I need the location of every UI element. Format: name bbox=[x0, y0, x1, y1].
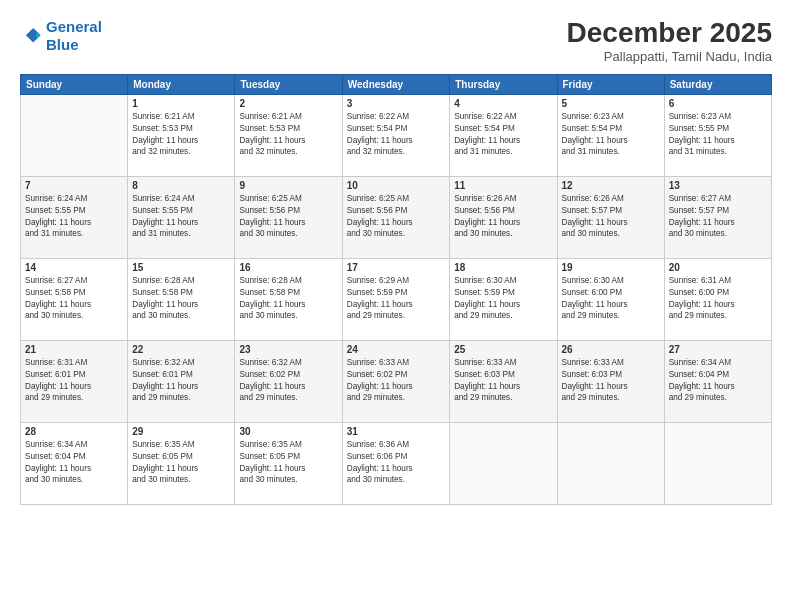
table-row: 28Sunrise: 6:34 AMSunset: 6:04 PMDayligh… bbox=[21, 422, 128, 504]
day-info: Sunrise: 6:27 AMSunset: 5:58 PMDaylight:… bbox=[25, 275, 123, 323]
calendar-week-row: 1Sunrise: 6:21 AMSunset: 5:53 PMDaylight… bbox=[21, 94, 772, 176]
day-info: Sunrise: 6:26 AMSunset: 5:57 PMDaylight:… bbox=[562, 193, 660, 241]
calendar-week-row: 28Sunrise: 6:34 AMSunset: 6:04 PMDayligh… bbox=[21, 422, 772, 504]
day-number: 11 bbox=[454, 180, 552, 191]
page: General Blue December 2025 Pallappatti, … bbox=[0, 0, 792, 612]
day-info: Sunrise: 6:23 AMSunset: 5:54 PMDaylight:… bbox=[562, 111, 660, 159]
table-row: 21Sunrise: 6:31 AMSunset: 6:01 PMDayligh… bbox=[21, 340, 128, 422]
day-info: Sunrise: 6:35 AMSunset: 6:05 PMDaylight:… bbox=[239, 439, 337, 487]
day-info: Sunrise: 6:22 AMSunset: 5:54 PMDaylight:… bbox=[454, 111, 552, 159]
day-info: Sunrise: 6:36 AMSunset: 6:06 PMDaylight:… bbox=[347, 439, 445, 487]
day-number: 8 bbox=[132, 180, 230, 191]
table-row: 2Sunrise: 6:21 AMSunset: 5:53 PMDaylight… bbox=[235, 94, 342, 176]
table-row: 20Sunrise: 6:31 AMSunset: 6:00 PMDayligh… bbox=[664, 258, 771, 340]
header: General Blue December 2025 Pallappatti, … bbox=[20, 18, 772, 64]
table-row: 8Sunrise: 6:24 AMSunset: 5:55 PMDaylight… bbox=[128, 176, 235, 258]
day-number: 22 bbox=[132, 344, 230, 355]
table-row: 24Sunrise: 6:33 AMSunset: 6:02 PMDayligh… bbox=[342, 340, 449, 422]
table-row: 12Sunrise: 6:26 AMSunset: 5:57 PMDayligh… bbox=[557, 176, 664, 258]
day-number: 10 bbox=[347, 180, 445, 191]
table-row: 16Sunrise: 6:28 AMSunset: 5:58 PMDayligh… bbox=[235, 258, 342, 340]
table-row: 6Sunrise: 6:23 AMSunset: 5:55 PMDaylight… bbox=[664, 94, 771, 176]
col-wednesday: Wednesday bbox=[342, 74, 449, 94]
day-number: 20 bbox=[669, 262, 767, 273]
table-row: 7Sunrise: 6:24 AMSunset: 5:55 PMDaylight… bbox=[21, 176, 128, 258]
day-info: Sunrise: 6:27 AMSunset: 5:57 PMDaylight:… bbox=[669, 193, 767, 241]
day-info: Sunrise: 6:24 AMSunset: 5:55 PMDaylight:… bbox=[132, 193, 230, 241]
day-info: Sunrise: 6:29 AMSunset: 5:59 PMDaylight:… bbox=[347, 275, 445, 323]
calendar-week-row: 21Sunrise: 6:31 AMSunset: 6:01 PMDayligh… bbox=[21, 340, 772, 422]
day-info: Sunrise: 6:23 AMSunset: 5:55 PMDaylight:… bbox=[669, 111, 767, 159]
day-info: Sunrise: 6:33 AMSunset: 6:03 PMDaylight:… bbox=[562, 357, 660, 405]
day-number: 26 bbox=[562, 344, 660, 355]
table-row: 26Sunrise: 6:33 AMSunset: 6:03 PMDayligh… bbox=[557, 340, 664, 422]
logo-line2: Blue bbox=[46, 36, 79, 53]
table-row: 1Sunrise: 6:21 AMSunset: 5:53 PMDaylight… bbox=[128, 94, 235, 176]
calendar-week-row: 7Sunrise: 6:24 AMSunset: 5:55 PMDaylight… bbox=[21, 176, 772, 258]
day-number: 30 bbox=[239, 426, 337, 437]
day-number: 12 bbox=[562, 180, 660, 191]
day-number: 18 bbox=[454, 262, 552, 273]
day-info: Sunrise: 6:24 AMSunset: 5:55 PMDaylight:… bbox=[25, 193, 123, 241]
day-number: 16 bbox=[239, 262, 337, 273]
table-row: 4Sunrise: 6:22 AMSunset: 5:54 PMDaylight… bbox=[450, 94, 557, 176]
day-number: 4 bbox=[454, 98, 552, 109]
day-info: Sunrise: 6:35 AMSunset: 6:05 PMDaylight:… bbox=[132, 439, 230, 487]
calendar: Sunday Monday Tuesday Wednesday Thursday… bbox=[20, 74, 772, 505]
month-title: December 2025 bbox=[567, 18, 772, 49]
table-row: 19Sunrise: 6:30 AMSunset: 6:00 PMDayligh… bbox=[557, 258, 664, 340]
table-row: 22Sunrise: 6:32 AMSunset: 6:01 PMDayligh… bbox=[128, 340, 235, 422]
day-number: 17 bbox=[347, 262, 445, 273]
day-info: Sunrise: 6:33 AMSunset: 6:02 PMDaylight:… bbox=[347, 357, 445, 405]
day-info: Sunrise: 6:25 AMSunset: 5:56 PMDaylight:… bbox=[347, 193, 445, 241]
day-info: Sunrise: 6:28 AMSunset: 5:58 PMDaylight:… bbox=[132, 275, 230, 323]
table-row: 23Sunrise: 6:32 AMSunset: 6:02 PMDayligh… bbox=[235, 340, 342, 422]
table-row: 29Sunrise: 6:35 AMSunset: 6:05 PMDayligh… bbox=[128, 422, 235, 504]
day-info: Sunrise: 6:30 AMSunset: 5:59 PMDaylight:… bbox=[454, 275, 552, 323]
day-info: Sunrise: 6:30 AMSunset: 6:00 PMDaylight:… bbox=[562, 275, 660, 323]
table-row: 27Sunrise: 6:34 AMSunset: 6:04 PMDayligh… bbox=[664, 340, 771, 422]
table-row: 9Sunrise: 6:25 AMSunset: 5:56 PMDaylight… bbox=[235, 176, 342, 258]
col-tuesday: Tuesday bbox=[235, 74, 342, 94]
day-info: Sunrise: 6:21 AMSunset: 5:53 PMDaylight:… bbox=[132, 111, 230, 159]
day-info: Sunrise: 6:31 AMSunset: 6:00 PMDaylight:… bbox=[669, 275, 767, 323]
col-friday: Friday bbox=[557, 74, 664, 94]
table-row: 14Sunrise: 6:27 AMSunset: 5:58 PMDayligh… bbox=[21, 258, 128, 340]
table-row: 31Sunrise: 6:36 AMSunset: 6:06 PMDayligh… bbox=[342, 422, 449, 504]
title-block: December 2025 Pallappatti, Tamil Nadu, I… bbox=[567, 18, 772, 64]
day-number: 27 bbox=[669, 344, 767, 355]
day-number: 13 bbox=[669, 180, 767, 191]
day-info: Sunrise: 6:31 AMSunset: 6:01 PMDaylight:… bbox=[25, 357, 123, 405]
logo-text: General Blue bbox=[46, 18, 102, 54]
col-thursday: Thursday bbox=[450, 74, 557, 94]
day-number: 25 bbox=[454, 344, 552, 355]
col-sunday: Sunday bbox=[21, 74, 128, 94]
day-number: 1 bbox=[132, 98, 230, 109]
table-row: 10Sunrise: 6:25 AMSunset: 5:56 PMDayligh… bbox=[342, 176, 449, 258]
day-number: 3 bbox=[347, 98, 445, 109]
day-info: Sunrise: 6:26 AMSunset: 5:56 PMDaylight:… bbox=[454, 193, 552, 241]
table-row: 15Sunrise: 6:28 AMSunset: 5:58 PMDayligh… bbox=[128, 258, 235, 340]
day-number: 24 bbox=[347, 344, 445, 355]
day-info: Sunrise: 6:22 AMSunset: 5:54 PMDaylight:… bbox=[347, 111, 445, 159]
day-info: Sunrise: 6:32 AMSunset: 6:01 PMDaylight:… bbox=[132, 357, 230, 405]
day-info: Sunrise: 6:34 AMSunset: 6:04 PMDaylight:… bbox=[669, 357, 767, 405]
table-row bbox=[450, 422, 557, 504]
day-number: 5 bbox=[562, 98, 660, 109]
day-info: Sunrise: 6:25 AMSunset: 5:56 PMDaylight:… bbox=[239, 193, 337, 241]
table-row: 25Sunrise: 6:33 AMSunset: 6:03 PMDayligh… bbox=[450, 340, 557, 422]
day-number: 15 bbox=[132, 262, 230, 273]
table-row: 17Sunrise: 6:29 AMSunset: 5:59 PMDayligh… bbox=[342, 258, 449, 340]
table-row bbox=[21, 94, 128, 176]
day-info: Sunrise: 6:21 AMSunset: 5:53 PMDaylight:… bbox=[239, 111, 337, 159]
day-info: Sunrise: 6:34 AMSunset: 6:04 PMDaylight:… bbox=[25, 439, 123, 487]
subtitle: Pallappatti, Tamil Nadu, India bbox=[567, 49, 772, 64]
day-number: 29 bbox=[132, 426, 230, 437]
day-number: 14 bbox=[25, 262, 123, 273]
table-row: 11Sunrise: 6:26 AMSunset: 5:56 PMDayligh… bbox=[450, 176, 557, 258]
logo-icon bbox=[20, 25, 42, 47]
table-row bbox=[557, 422, 664, 504]
day-number: 31 bbox=[347, 426, 445, 437]
logo: General Blue bbox=[20, 18, 102, 54]
day-info: Sunrise: 6:32 AMSunset: 6:02 PMDaylight:… bbox=[239, 357, 337, 405]
